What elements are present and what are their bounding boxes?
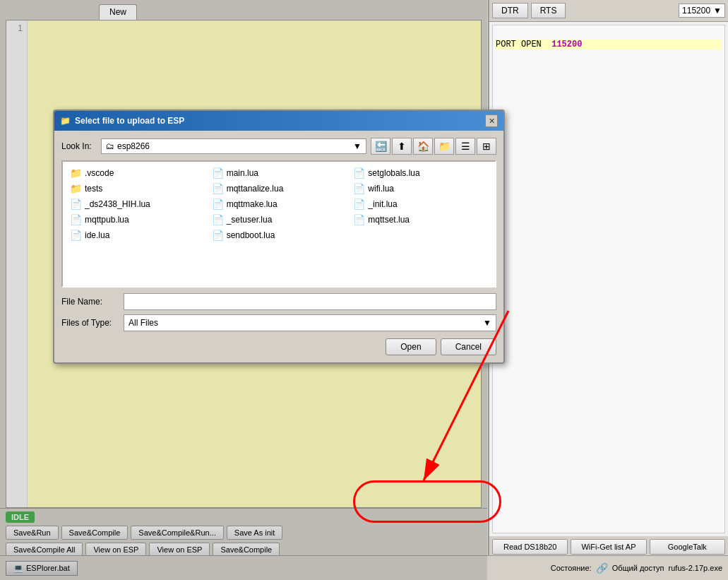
file-item-name: mqttset.lua	[368, 215, 410, 225]
file-icon: 📄	[212, 183, 224, 194]
file-icon: 📄	[353, 199, 365, 210]
file-item-name: wifi.lua	[368, 184, 394, 194]
folder-icon: 📁	[70, 167, 82, 179]
taskbar-status: Состояние: 🔗 Общий доступ rufus-2.17p.ex…	[551, 562, 722, 574]
baud-dropdown-arrow: ▼	[713, 6, 722, 16]
dialog-toolbar-icons: 🔙 ⬆ 🏠 📁 ☰ ⊞	[371, 138, 496, 155]
file-item-ide-lua[interactable]: 📄 ide.lua	[67, 228, 208, 242]
wifi-get-list-ap-button[interactable]: WiFi-Get list AP	[571, 539, 646, 555]
file-icon: 📄	[212, 199, 224, 210]
port-open-text: PORT OPEN	[496, 40, 551, 49]
file-item-name: sendboot.lua	[227, 230, 275, 240]
dialog-overlay: 📁 Select file to upload to ESP ✕ Look In…	[0, 0, 487, 580]
right-btn-row-1: Read DS18b20 WiFi-Get list AP GoogleTalk	[492, 539, 725, 555]
open-button[interactable]: Open	[386, 338, 436, 355]
file-item-mqttmake[interactable]: 📄 mqttmake.lua	[209, 197, 350, 211]
terminal-area[interactable]: PORT OPEN 115200	[492, 25, 725, 533]
file-item-name: _ds2438_HIH.lua	[85, 199, 150, 209]
port-baud-value: 115200	[551, 40, 582, 49]
file-item-mqttset[interactable]: 📄 mqttset.lua	[350, 213, 491, 227]
dialog-home-button[interactable]: 🏠	[413, 138, 433, 155]
file-item-name: tests	[85, 184, 102, 194]
terminal-line-port-open: PORT OPEN 115200	[496, 40, 722, 49]
file-item-sendboot[interactable]: 📄 sendboot.lua	[209, 228, 350, 242]
file-icon: 📄	[353, 183, 365, 194]
file-icon: 📄	[70, 199, 82, 210]
file-item-init-lua[interactable]: 📄 _init.lua	[350, 197, 491, 211]
taskbar-status-text: Состояние:	[551, 564, 592, 572]
dialog-folder-icon: 📁	[60, 116, 71, 126]
file-item-tests[interactable]: 📁 tests	[67, 182, 208, 196]
file-icon: 📄	[212, 167, 224, 179]
look-in-folder-icon: 🗂	[106, 141, 114, 151]
filetype-dropdown-arrow: ▼	[483, 318, 491, 328]
dialog-body: Look In: 🗂 esp8266 ▼ 🔙 ⬆ 🏠 📁 ☰	[54, 131, 503, 362]
file-item-ds2438[interactable]: 📄 _ds2438_HIH.lua	[67, 197, 208, 211]
filename-input-row: File Name:	[61, 293, 496, 310]
file-icon: 📄	[70, 214, 82, 225]
dtr-rts-row: DTR RTS 115200 ▼	[489, 0, 728, 22]
look-in-arrow: ▼	[353, 141, 362, 151]
file-item-name: _setuser.lua	[227, 215, 273, 225]
file-icon: 📄	[212, 230, 224, 241]
dialog-new-folder-button[interactable]: 📁	[434, 138, 454, 155]
dialog-title-text: 📁 Select file to upload to ESP	[60, 116, 184, 126]
file-icon: 📄	[70, 230, 82, 241]
dialog-title-bar: 📁 Select file to upload to ESP ✕	[54, 111, 503, 131]
rts-button[interactable]: RTS	[531, 3, 566, 18]
file-item-setglobals-lua[interactable]: 📄 setglobals.lua	[350, 166, 491, 180]
file-item-name: _init.lua	[368, 199, 397, 209]
filetype-value: All Files	[129, 318, 158, 328]
right-panel: DTR RTS 115200 ▼ PORT OPEN 115200 Read D…	[488, 0, 728, 580]
file-dialog: 📁 Select file to upload to ESP ✕ Look In…	[53, 110, 505, 364]
filename-label: File Name:	[61, 297, 118, 307]
taskbar-exe-label: rufus-2.17p.exe	[669, 564, 722, 572]
dialog-list-view-button[interactable]: ☰	[455, 138, 475, 155]
file-item-mqttanalize[interactable]: 📄 mqttanalize.lua	[209, 182, 350, 196]
look-in-dropdown-text: 🗂 esp8266	[106, 141, 150, 151]
app-window: New 1 IDLE Save&Run Save&Compile Save&Co…	[0, 0, 728, 580]
googletalk-button[interactable]: GoogleTalk	[650, 539, 725, 555]
look-in-row: Look In: 🗂 esp8266 ▼ 🔙 ⬆ 🏠 📁 ☰	[61, 138, 496, 155]
file-item-name: mqttpub.lua	[85, 215, 129, 225]
read-ds18b20-button[interactable]: Read DS18b20	[492, 539, 568, 555]
terminal-line-1	[496, 28, 722, 38]
file-item-name: .vscode	[85, 168, 114, 178]
filename-input[interactable]	[124, 293, 496, 310]
filetype-label: Files of Type:	[61, 318, 118, 328]
file-icon: 📄	[353, 167, 365, 179]
dialog-buttons: Open Cancel	[61, 338, 496, 355]
file-item-name: setglobals.lua	[368, 168, 419, 178]
taskbar-network-text: Общий доступ	[612, 564, 664, 572]
file-icon: 📄	[353, 214, 365, 225]
filetype-dropdown[interactable]: All Files ▼	[124, 314, 496, 331]
file-item-setuser[interactable]: 📄 _setuser.lua	[209, 213, 350, 227]
filetype-row: Files of Type: All Files ▼	[61, 314, 496, 331]
network-icon: 🔗	[596, 562, 608, 574]
look-in-label: Look In:	[61, 141, 97, 151]
baud-dropdown[interactable]: 115200 ▼	[679, 4, 725, 18]
dialog-back-button[interactable]: 🔙	[371, 138, 390, 155]
baud-rate-value: 115200	[682, 6, 710, 16]
file-item-name: mqttanalize.lua	[227, 184, 284, 194]
look-in-dropdown[interactable]: 🗂 esp8266 ▼	[101, 138, 366, 154]
dtr-button[interactable]: DTR	[492, 3, 528, 18]
file-item-name: ide.lua	[85, 230, 109, 240]
dialog-up-button[interactable]: ⬆	[392, 138, 412, 155]
dialog-details-view-button[interactable]: ⊞	[477, 138, 496, 155]
file-item-main-lua[interactable]: 📄 main.lua	[209, 166, 350, 180]
file-item-mqttpub[interactable]: 📄 mqttpub.lua	[67, 213, 208, 227]
file-item-wifi-lua[interactable]: 📄 wifi.lua	[350, 182, 491, 196]
file-icon: 📄	[212, 214, 224, 225]
file-item-name: main.lua	[227, 168, 258, 178]
cancel-button[interactable]: Cancel	[441, 338, 496, 355]
look-in-value: esp8266	[117, 141, 150, 151]
dialog-close-button[interactable]: ✕	[485, 114, 498, 127]
file-item-name: mqttmake.lua	[227, 199, 278, 209]
file-list-area[interactable]: 📁 .vscode 📄 main.lua 📄 setglobals.lua 📁 …	[61, 160, 496, 288]
dialog-title-label: Select file to upload to ESP	[75, 116, 184, 126]
file-item-vscode[interactable]: 📁 .vscode	[67, 166, 208, 180]
folder-icon: 📁	[70, 183, 82, 194]
